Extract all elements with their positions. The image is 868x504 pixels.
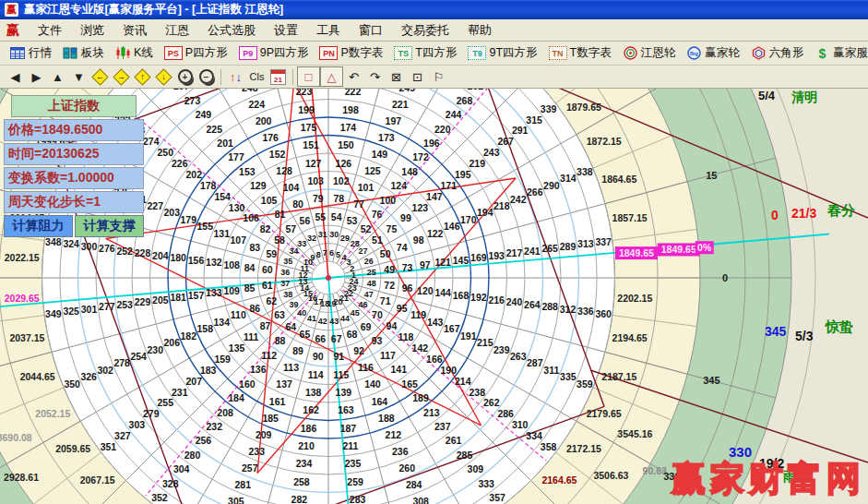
svg-text:338: 338 bbox=[577, 166, 593, 177]
rotate-cw-icon[interactable]: ↷ bbox=[364, 67, 386, 86]
menu-item-0[interactable]: 文件 bbox=[29, 20, 71, 41]
toolbar-item-p-number-table[interactable]: PNP数字表 bbox=[314, 43, 388, 63]
tool-glyph: ▼ bbox=[73, 70, 85, 84]
menu-item-8[interactable]: 交易委托 bbox=[392, 20, 458, 41]
toolbar-item-t-square[interactable]: TST四方形 bbox=[388, 43, 462, 63]
toolbar-item-9t-square[interactable]: T99T四方形 bbox=[462, 43, 542, 63]
svg-text:43: 43 bbox=[329, 317, 339, 326]
calendar-icon[interactable]: 21 bbox=[268, 67, 289, 86]
t-square-badge-icon: TS bbox=[394, 46, 412, 60]
svg-text:291: 291 bbox=[512, 125, 529, 136]
svg-text:94: 94 bbox=[386, 320, 398, 331]
toolbar-item-t-number-table[interactable]: TNT数字表 bbox=[543, 43, 617, 63]
parameter-row-1[interactable]: 时间=20130625 bbox=[4, 143, 144, 165]
svg-text:4: 4 bbox=[341, 253, 346, 262]
svg-text:333: 333 bbox=[478, 478, 494, 489]
toolbar-item-winner-service[interactable]: $赢家服务 bbox=[809, 43, 868, 63]
toolbar-item-sectors[interactable]: 板块 bbox=[57, 43, 110, 63]
toolbar-item-winner-wheel[interactable]: Big赢家轮 bbox=[681, 43, 745, 63]
svg-text:117: 117 bbox=[380, 350, 396, 361]
svg-text:288: 288 bbox=[541, 301, 558, 312]
diamond-down-icon[interactable]: ↓ bbox=[153, 67, 174, 86]
svg-text:66: 66 bbox=[315, 333, 326, 344]
svg-text:229: 229 bbox=[135, 296, 151, 307]
svg-text:345: 345 bbox=[703, 375, 719, 386]
toolbar-item-label: 赢家服务 bbox=[833, 45, 868, 61]
expand-tool-icon[interactable]: ⊠ bbox=[386, 67, 407, 86]
svg-text:168: 168 bbox=[453, 290, 470, 301]
parameter-row-0[interactable]: 价格=1849.6500 bbox=[4, 119, 144, 141]
svg-text:281: 281 bbox=[235, 479, 252, 490]
svg-text:73: 73 bbox=[402, 262, 413, 273]
application-window: 赢 赢家江恩专业版[赢家服务平台] - [上证指数 江恩轮] 赢 文件浏览资讯江… bbox=[0, 0, 868, 504]
svg-text:194: 194 bbox=[477, 207, 493, 218]
svg-text:252: 252 bbox=[116, 246, 133, 257]
cls-button[interactable]: Cls bbox=[246, 67, 268, 86]
svg-text:Big: Big bbox=[690, 51, 698, 56]
triangle-tool-icon[interactable]: △ bbox=[320, 66, 343, 87]
svg-text:184: 184 bbox=[228, 392, 244, 403]
svg-text:60: 60 bbox=[262, 264, 273, 275]
calc-support-button[interactable]: 计算支撑 bbox=[75, 215, 144, 237]
svg-text:360: 360 bbox=[595, 308, 612, 319]
diamond-up-icon[interactable]: ↑ bbox=[132, 67, 153, 86]
svg-text:159: 159 bbox=[214, 354, 231, 365]
cls-label: Cls bbox=[250, 71, 265, 82]
parameter-row-2[interactable]: 变换系数=1.00000 bbox=[4, 167, 144, 189]
gann-wheel-chart[interactable]: 1234567891011121314151617181920212223242… bbox=[0, 89, 868, 504]
contract-tool-icon[interactable]: ⊡ bbox=[407, 67, 428, 86]
svg-text:127: 127 bbox=[305, 158, 322, 169]
menu-item-1[interactable]: 浏览 bbox=[71, 20, 113, 41]
svg-text:197: 197 bbox=[386, 115, 402, 126]
arrow-right-icon[interactable]: ▶ bbox=[26, 67, 47, 86]
svg-text:100: 100 bbox=[380, 195, 397, 206]
arrow-left-icon[interactable]: ◀ bbox=[5, 67, 26, 86]
menu-item-4[interactable]: 公式选股 bbox=[198, 20, 265, 41]
svg-text:196: 196 bbox=[423, 138, 440, 149]
menu-item-7[interactable]: 窗口 bbox=[350, 20, 392, 41]
svg-text:72: 72 bbox=[384, 280, 395, 291]
zoom-out-icon[interactable]: − bbox=[196, 67, 217, 86]
svg-text:1849.65: 1849.65 bbox=[619, 247, 654, 258]
svg-text:69: 69 bbox=[361, 321, 372, 332]
menu-item-9[interactable]: 帮助 bbox=[458, 20, 501, 41]
square-tool-icon[interactable]: □ bbox=[297, 66, 320, 87]
svg-text:238: 238 bbox=[469, 387, 485, 398]
menu-item-3[interactable]: 江恩 bbox=[156, 20, 198, 41]
toolbar-item-kline[interactable]: K线 bbox=[110, 43, 159, 63]
arrow-down-icon[interactable]: ▼ bbox=[68, 67, 89, 86]
svg-text:32: 32 bbox=[307, 234, 316, 243]
parameter-row-3[interactable]: 周天变化步长=1 bbox=[4, 191, 144, 213]
up-down-marker-icon[interactable]: ↑↓ bbox=[225, 67, 246, 86]
svg-text:149: 149 bbox=[372, 149, 388, 160]
toolbar-item-p-square[interactable]: PSP四方形 bbox=[159, 43, 233, 63]
menu-item-5[interactable]: 设置 bbox=[265, 20, 307, 41]
svg-text:2052.15: 2052.15 bbox=[35, 408, 70, 419]
pointer-flag-tool-icon[interactable]: ⚐ bbox=[428, 67, 449, 86]
calc-resistance-button[interactable]: 计算阻力 bbox=[4, 215, 73, 237]
toolbar-item-quotes[interactable]: 行情 bbox=[5, 43, 57, 63]
svg-text:266: 266 bbox=[527, 186, 543, 198]
diamond-arrow: ↓ bbox=[161, 72, 166, 81]
menu-item-2[interactable]: 资讯 bbox=[113, 20, 156, 41]
svg-text:201: 201 bbox=[217, 138, 233, 149]
toolbar-item-gann-wheel[interactable]: 江恩轮 bbox=[617, 43, 682, 63]
svg-text:81: 81 bbox=[275, 209, 286, 220]
svg-text:119: 119 bbox=[410, 309, 426, 320]
zoom-in-icon[interactable]: + bbox=[174, 67, 196, 86]
svg-text:258: 258 bbox=[293, 476, 310, 487]
menu-items: 文件浏览资讯江恩公式选股设置工具窗口交易委托帮助 bbox=[29, 20, 501, 41]
svg-text:42: 42 bbox=[318, 317, 327, 326]
toolbar-item-9p-square[interactable]: P99P四方形 bbox=[233, 43, 315, 63]
svg-text:227: 227 bbox=[147, 200, 163, 211]
diamond-left-icon[interactable]: ← bbox=[89, 67, 111, 86]
toolbar-item-hexagon[interactable]: 六角形 bbox=[745, 43, 810, 63]
rotate-ccw-icon[interactable]: ↶ bbox=[343, 67, 364, 86]
tools-toolbar: ◀▶▲▼←→↑↓+−↑↓Cls21□△↶↷⊠⊡⚐ bbox=[0, 66, 868, 89]
menu-item-6[interactable]: 工具 bbox=[307, 20, 350, 41]
svg-text:164: 164 bbox=[372, 396, 388, 407]
svg-text:172: 172 bbox=[412, 151, 429, 162]
svg-text:2164.65: 2164.65 bbox=[541, 474, 577, 486]
arrow-up-icon[interactable]: ▲ bbox=[47, 67, 68, 86]
diamond-right-icon[interactable]: → bbox=[111, 67, 132, 86]
